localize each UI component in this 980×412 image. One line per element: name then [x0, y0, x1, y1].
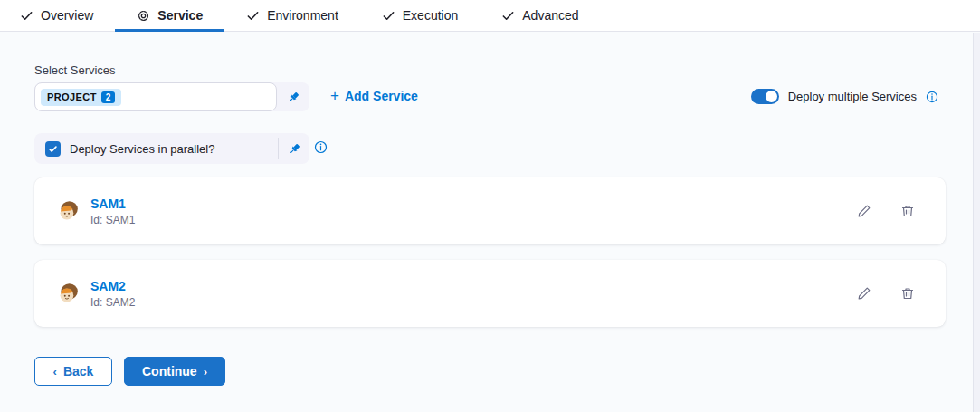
chevron-left-icon: ‹ [53, 366, 57, 378]
tab-execution[interactable]: Execution [360, 0, 480, 31]
deploy-parallel-label: Deploy Services in parallel? [70, 142, 278, 156]
info-icon[interactable] [314, 140, 328, 154]
wizard-footer: ‹ Back Continue › [34, 357, 225, 386]
service-avatar-icon [56, 282, 80, 305]
trash-icon [900, 286, 915, 301]
add-service-button[interactable]: + Add Service [330, 88, 418, 103]
service-card-texts: SAM1 Id: SAM1 [90, 196, 853, 226]
service-name-link[interactable]: SAM1 [90, 196, 853, 211]
service-card-texts: SAM2 Id: SAM2 [90, 279, 853, 309]
select-services-group: PROJECT 2 [34, 82, 309, 111]
trash-icon [900, 204, 915, 218]
service-id-text: Id: SAM1 [90, 214, 853, 226]
tab-label: Overview [41, 8, 93, 23]
tab-overview[interactable]: Overview [20, 0, 115, 31]
pin-runtime-input-button[interactable] [277, 82, 309, 111]
toggle-knob [766, 91, 777, 102]
service-name-link[interactable]: SAM2 [90, 279, 853, 293]
project-chip[interactable]: PROJECT 2 [41, 89, 121, 106]
deploy-parallel-row: Deploy Services in parallel? [34, 133, 309, 164]
check-icon [382, 9, 395, 23]
delete-service-button[interactable] [897, 200, 918, 222]
pin-icon [288, 142, 301, 156]
project-chip-count-badge: 2 [101, 91, 116, 103]
gear-icon [137, 9, 150, 23]
tab-label: Execution [403, 8, 458, 23]
select-services-input[interactable]: PROJECT 2 [34, 82, 277, 111]
pin-icon [287, 91, 300, 104]
select-services-label: Select Services [34, 63, 116, 77]
service-card-sam1: SAM1 Id: SAM1 [34, 177, 946, 244]
wizard-tab-bar: Overview Service Environment Execution A… [0, 0, 980, 32]
back-button[interactable]: ‹ Back [34, 357, 112, 386]
check-icon [20, 9, 33, 23]
check-icon [501, 9, 515, 23]
tab-label: Environment [267, 8, 338, 23]
tab-service[interactable]: Service [115, 0, 224, 31]
tab-label: Advanced [522, 8, 578, 23]
edit-service-button[interactable] [853, 283, 875, 304]
service-avatar-icon [56, 199, 80, 223]
service-card-actions [853, 283, 918, 304]
deploy-parallel-checkbox[interactable] [45, 141, 61, 157]
tab-label: Service [157, 8, 203, 23]
right-edge-panel [973, 33, 980, 412]
back-button-label: Back [63, 364, 93, 378]
continue-button[interactable]: Continue › [124, 357, 225, 386]
tab-advanced[interactable]: Advanced [480, 0, 600, 31]
project-chip-label: PROJECT [47, 91, 97, 102]
delete-service-button[interactable] [897, 283, 918, 304]
check-icon [246, 9, 260, 23]
pin-runtime-input-button[interactable] [279, 142, 309, 156]
deploy-multiple-services-label: Deploy multiple Services [788, 90, 917, 103]
chevron-right-icon: › [204, 366, 207, 378]
add-service-label: Add Service [345, 89, 418, 103]
service-card-actions [853, 200, 918, 222]
continue-button-label: Continue [142, 364, 197, 378]
info-icon[interactable] [926, 91, 938, 103]
pencil-icon [857, 204, 871, 218]
service-card-sam2: SAM2 Id: SAM2 [34, 260, 946, 327]
pencil-icon [857, 286, 871, 301]
service-id-text: Id: SAM2 [90, 296, 853, 309]
deploy-multiple-services-group: Deploy multiple Services [751, 89, 938, 104]
tab-environment[interactable]: Environment [224, 0, 360, 31]
service-step-panel: Select Services PROJECT 2 + Add Servic [0, 33, 980, 412]
edit-service-button[interactable] [853, 200, 875, 222]
deploy-multiple-services-toggle[interactable] [751, 89, 779, 104]
plus-icon: + [330, 88, 339, 103]
